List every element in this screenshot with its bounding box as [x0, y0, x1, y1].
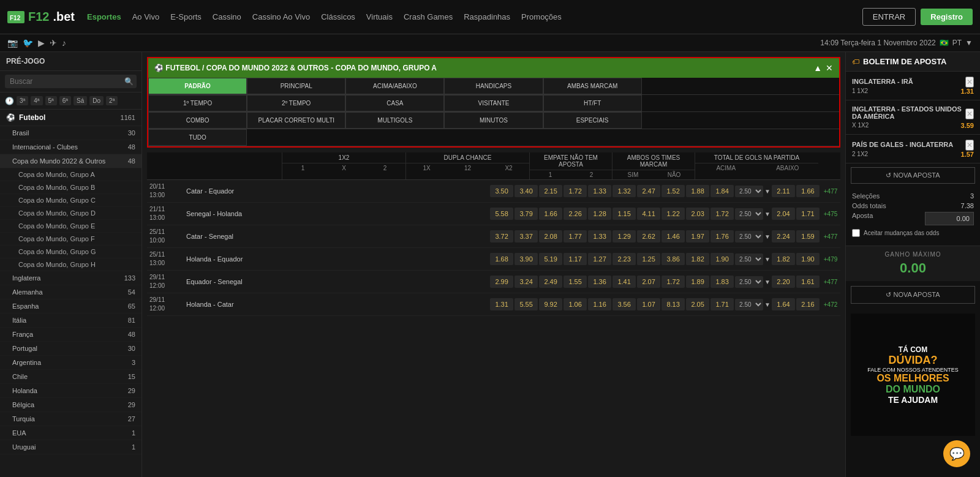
sidebar-futebol-header[interactable]: ⚽ Futebol 1161 [0, 110, 141, 126]
odd-1x2-1[interactable]: 2.99 [490, 276, 513, 288]
odd-total-abaixo[interactable]: 1.71 [796, 208, 820, 220]
total-line-select[interactable]: 2.50 [735, 208, 763, 220]
tab-2tempo[interactable]: 2º TEMPO [247, 95, 345, 111]
sidebar-item-turquia[interactable]: Turquia 27 [0, 412, 141, 426]
odd-ambos-sim[interactable]: 1.88 [686, 185, 709, 197]
odd-dupla-1x[interactable]: 1.06 [564, 298, 587, 310]
odd-more[interactable]: +472 [821, 301, 840, 308]
sidebar-item-argentina[interactable]: Argentina 3 [0, 356, 141, 370]
sidebar-item-belgica[interactable]: Bélgica 29 [0, 398, 141, 412]
tab-principal[interactable]: PRINCIPAL [247, 78, 345, 94]
odd-dupla-x2[interactable]: 1.32 [612, 185, 636, 197]
quick-tab-4[interactable]: 4ª [31, 96, 42, 105]
odd-total-abaixo[interactable]: 1.66 [796, 185, 820, 197]
odd-total-acima[interactable]: 2.20 [772, 276, 795, 288]
odd-empate-2[interactable]: 1.52 [662, 185, 685, 197]
match-name[interactable]: Catar - Senegal [184, 233, 282, 240]
odd-1x2-x[interactable]: 3.37 [514, 230, 538, 242]
odd-empate-2[interactable]: 1.46 [662, 230, 685, 242]
match-name[interactable]: Catar - Equador [184, 187, 282, 195]
instagram-icon[interactable]: 📷 [7, 38, 18, 48]
tab-htft[interactable]: HT/FT [543, 95, 642, 111]
odd-ambos-nao[interactable]: 1.90 [710, 253, 734, 265]
tab-visitante[interactable]: VISITANTE [444, 95, 543, 111]
odd-1x2-x[interactable]: 3.24 [514, 276, 538, 288]
odd-dupla-1x[interactable]: 2.26 [564, 208, 587, 220]
quick-tab-5[interactable]: 5ª [45, 96, 57, 105]
odd-dupla-1x[interactable]: 1.72 [564, 185, 587, 197]
odd-more[interactable]: +479 [821, 256, 840, 263]
odd-1x2-1[interactable]: 3.50 [490, 185, 513, 197]
odd-more[interactable]: +477 [821, 233, 840, 240]
nav-cassino-ao-vivo[interactable]: Cassino Ao Vivo [252, 12, 310, 21]
entrar-button[interactable]: ENTRAR [862, 8, 916, 26]
sidebar-item-franca[interactable]: França 48 [0, 328, 141, 342]
match-name[interactable]: Holanda - Catar [184, 301, 282, 308]
lang-select[interactable]: PT [952, 39, 962, 47]
odd-1x2-1[interactable]: 1.31 [490, 298, 513, 310]
odd-dupla-12[interactable]: 1.16 [588, 298, 611, 310]
sidebar-item-chile[interactable]: Chile 15 [0, 370, 141, 384]
match-name[interactable]: Holanda - Equador [184, 255, 282, 263]
sidebar-item-portugal[interactable]: Portugal 30 [0, 342, 141, 356]
tab-handicaps[interactable]: HANDICAPS [444, 78, 543, 94]
sidebar-subitem-grupo-e[interactable]: Copa do Mundo, Grupo E [0, 220, 141, 233]
nav-ao-vivo[interactable]: Ao Vivo [132, 12, 160, 21]
odd-1x2-2[interactable]: 5.19 [539, 253, 562, 265]
tab-tudo[interactable]: TUDO [148, 129, 247, 146]
sidebar-item-holanda[interactable]: Holanda 29 [0, 384, 141, 398]
tab-multigols[interactable]: MULTIGOLS [345, 112, 444, 129]
odd-dupla-1x[interactable]: 1.17 [564, 253, 587, 265]
odd-total-abaixo[interactable]: 1.59 [796, 230, 820, 242]
odd-more[interactable]: +475 [821, 211, 840, 217]
sidebar-item-inglaterra[interactable]: Inglaterra 133 [0, 271, 141, 285]
odd-1x2-x[interactable]: 3.79 [514, 208, 538, 220]
tab-combo[interactable]: COMBO [148, 112, 247, 129]
nav-virtuais[interactable]: Virtuais [366, 12, 393, 21]
odd-empate-1[interactable]: 2.07 [637, 276, 660, 288]
sidebar-subitem-grupo-a[interactable]: Copa do Mundo, Grupo A [0, 168, 141, 181]
sidebar-item-internacional[interactable]: Internacional - Clubes 48 [0, 140, 141, 154]
nav-crash-games[interactable]: Crash Games [404, 12, 453, 21]
tab-placar-multi[interactable]: PLACAR CORRETO MULTI [247, 112, 345, 129]
odd-total-acima[interactable]: 1.82 [772, 253, 795, 265]
odd-dupla-x2[interactable]: 2.23 [612, 253, 636, 265]
total-line-select[interactable]: 2.50 [735, 186, 763, 197]
sidebar-item-copa[interactable]: Copa do Mundo 2022 & Outros 48 [0, 154, 141, 168]
nav-cassino[interactable]: Cassino [213, 12, 241, 21]
odd-1x2-1[interactable]: 1.68 [490, 253, 513, 265]
nav-raspadinhas[interactable]: Raspadinhas [464, 12, 510, 21]
odd-ambos-nao[interactable]: 1.76 [710, 230, 734, 242]
match-name[interactable]: Senegal - Holanda [184, 210, 282, 217]
odd-total-acima[interactable]: 2.24 [772, 230, 795, 242]
odd-total-abaixo[interactable]: 1.61 [796, 276, 820, 288]
total-line-select[interactable]: 2.50 [735, 276, 763, 288]
tab-casa[interactable]: CASA [345, 95, 444, 111]
sidebar-item-italia[interactable]: Itália 81 [0, 314, 141, 328]
odd-1x2-2[interactable]: 2.15 [539, 185, 562, 197]
sidebar-subitem-grupo-g[interactable]: Copa do Mundo, Grupo G [0, 246, 141, 258]
tab-1tempo[interactable]: 1º TEMPO [148, 95, 247, 111]
odd-ambos-nao[interactable]: 1.71 [710, 298, 734, 310]
quick-tab-2[interactable]: 2ª [106, 96, 118, 105]
odd-empate-1[interactable]: 4.11 [637, 208, 660, 220]
total-line-select[interactable]: 2.50 [735, 254, 763, 265]
odd-1x2-1[interactable]: 5.58 [490, 208, 513, 220]
odd-empate-2[interactable]: 8.13 [662, 298, 685, 310]
odd-ambos-sim[interactable]: 2.03 [686, 208, 709, 220]
odd-1x2-1[interactable]: 3.72 [490, 230, 513, 242]
odd-1x2-2[interactable]: 1.66 [539, 208, 562, 220]
odd-more[interactable]: +477 [821, 279, 840, 285]
odd-1x2-2[interactable]: 2.08 [539, 230, 562, 242]
odd-empate-1[interactable]: 2.62 [637, 230, 660, 242]
odd-dupla-x2[interactable]: 1.29 [612, 230, 636, 242]
odd-total-abaixo[interactable]: 2.16 [796, 298, 820, 310]
odd-ambos-nao[interactable]: 1.72 [710, 208, 734, 220]
odd-1x2-x[interactable]: 3.90 [514, 253, 538, 265]
odd-dupla-x2[interactable]: 1.15 [612, 208, 636, 220]
tab-ambas-marcam[interactable]: AMBAS MARCAM [543, 78, 642, 94]
tab-padrao[interactable]: PADRÃO [148, 78, 247, 94]
nav-esports[interactable]: E-Sports [170, 12, 202, 21]
odd-dupla-12[interactable]: 1.28 [588, 208, 611, 220]
bet-item-close[interactable]: ✕ [965, 140, 974, 151]
